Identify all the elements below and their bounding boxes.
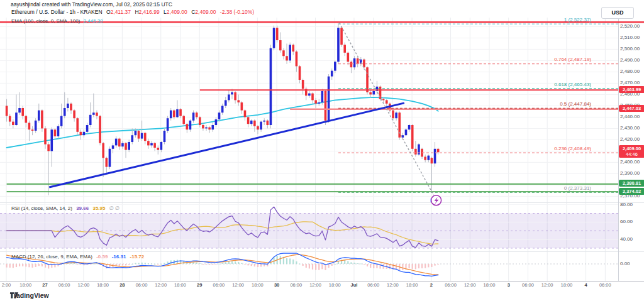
candle-body[interactable] xyxy=(15,112,18,125)
candle-body[interactable] xyxy=(170,111,172,119)
candle-body[interactable] xyxy=(334,62,336,70)
candle-body[interactable] xyxy=(405,129,408,135)
candle-body[interactable] xyxy=(186,124,189,129)
candle-body[interactable] xyxy=(343,45,346,53)
candle-body[interactable] xyxy=(144,133,147,141)
candle-body[interactable] xyxy=(25,116,28,123)
candle-body[interactable] xyxy=(218,112,221,119)
candle-body[interactable] xyxy=(192,112,195,121)
candle-body[interactable] xyxy=(228,94,230,100)
candle-body[interactable] xyxy=(9,116,11,122)
candle-body[interactable] xyxy=(83,132,86,135)
candle-body[interactable] xyxy=(411,125,414,149)
candle-body[interactable] xyxy=(76,118,79,132)
candle-body[interactable] xyxy=(353,58,356,67)
candle-body[interactable] xyxy=(64,108,66,116)
candle-body[interactable] xyxy=(321,91,324,102)
candle-body[interactable] xyxy=(96,112,98,116)
candle-body[interactable] xyxy=(167,118,169,131)
candle-body[interactable] xyxy=(31,129,34,131)
candle-body[interactable] xyxy=(292,45,294,52)
candle-body[interactable] xyxy=(340,28,343,45)
candle-body[interactable] xyxy=(244,111,247,118)
candle-body[interactable] xyxy=(263,121,265,122)
candle-body[interactable] xyxy=(176,109,179,118)
candle-body[interactable] xyxy=(221,106,224,112)
candle-body[interactable] xyxy=(211,125,214,129)
candle-body[interactable] xyxy=(202,125,204,128)
currency-toggle-button[interactable]: USD xyxy=(601,7,634,19)
candle-body[interactable] xyxy=(325,91,327,121)
candle-body[interactable] xyxy=(50,129,53,151)
candle-body[interactable] xyxy=(392,111,394,119)
candle-body[interactable] xyxy=(147,141,150,145)
candle-body[interactable] xyxy=(357,58,359,64)
candle-body[interactable] xyxy=(299,66,301,80)
candle-body[interactable] xyxy=(241,102,243,111)
candle-body[interactable] xyxy=(247,117,250,124)
candle-body[interactable] xyxy=(18,108,21,112)
candle-body[interactable] xyxy=(382,99,385,101)
candle-body[interactable] xyxy=(372,91,375,94)
candle-body[interactable] xyxy=(28,123,31,129)
candle-body[interactable] xyxy=(38,111,40,121)
candle-body[interactable] xyxy=(182,116,185,124)
candle-body[interactable] xyxy=(296,52,298,66)
candle-body[interactable] xyxy=(395,112,397,118)
candle-body[interactable] xyxy=(386,100,388,103)
candle-body[interactable] xyxy=(54,129,57,136)
candle-body[interactable] xyxy=(273,28,275,48)
candle-body[interactable] xyxy=(160,142,163,150)
candle-body[interactable] xyxy=(215,119,218,125)
candle-body[interactable] xyxy=(60,116,63,126)
candle-body[interactable] xyxy=(302,80,304,89)
candle-body[interactable] xyxy=(67,104,69,108)
candle-body[interactable] xyxy=(80,132,82,135)
candle-body[interactable] xyxy=(414,149,417,155)
candle-body[interactable] xyxy=(135,131,137,135)
candle-body[interactable] xyxy=(318,102,320,104)
candle-body[interactable] xyxy=(35,121,37,131)
candle-body[interactable] xyxy=(231,92,233,95)
candle-body[interactable] xyxy=(369,92,372,95)
candle-body[interactable] xyxy=(141,133,143,139)
candle-body[interactable] xyxy=(331,71,333,77)
candle-body[interactable] xyxy=(118,139,121,147)
candle-body[interactable] xyxy=(47,145,50,151)
candle-body[interactable] xyxy=(57,126,60,136)
candle-body[interactable] xyxy=(138,131,140,139)
candle-body[interactable] xyxy=(208,128,211,130)
candle-body[interactable] xyxy=(102,143,104,158)
candle-body[interactable] xyxy=(12,122,14,125)
candle-body[interactable] xyxy=(350,62,353,67)
candle-body[interactable] xyxy=(153,143,156,148)
candle-body[interactable] xyxy=(289,45,291,60)
candle-body[interactable] xyxy=(237,100,240,102)
candle-body[interactable] xyxy=(99,116,101,143)
candle-body[interactable] xyxy=(311,94,314,101)
candle-body[interactable] xyxy=(70,104,72,111)
candle-body[interactable] xyxy=(121,143,124,146)
candle-body[interactable] xyxy=(437,149,440,152)
candle-body[interactable] xyxy=(128,142,130,150)
candle-body[interactable] xyxy=(234,92,236,101)
candle-body[interactable] xyxy=(106,158,108,167)
candle-body[interactable] xyxy=(157,148,159,150)
candle-body[interactable] xyxy=(250,121,253,124)
candle-body[interactable] xyxy=(125,143,127,150)
candle-body[interactable] xyxy=(21,108,24,116)
candle-body[interactable] xyxy=(267,121,269,125)
candle-body[interactable] xyxy=(276,28,279,40)
tradingview-logo[interactable]: TradingView xyxy=(10,292,49,299)
candle-body[interactable] xyxy=(253,121,256,126)
candle-body[interactable] xyxy=(131,135,133,142)
candle-body[interactable] xyxy=(408,125,411,129)
candle-body[interactable] xyxy=(424,156,426,160)
candle-body[interactable] xyxy=(92,112,95,115)
candle-body[interactable] xyxy=(347,53,350,62)
candle-body[interactable] xyxy=(73,111,75,119)
candle-body[interactable] xyxy=(89,115,92,125)
candle-body[interactable] xyxy=(86,125,89,132)
candle-body[interactable] xyxy=(328,77,330,121)
candle-body[interactable] xyxy=(196,112,198,117)
